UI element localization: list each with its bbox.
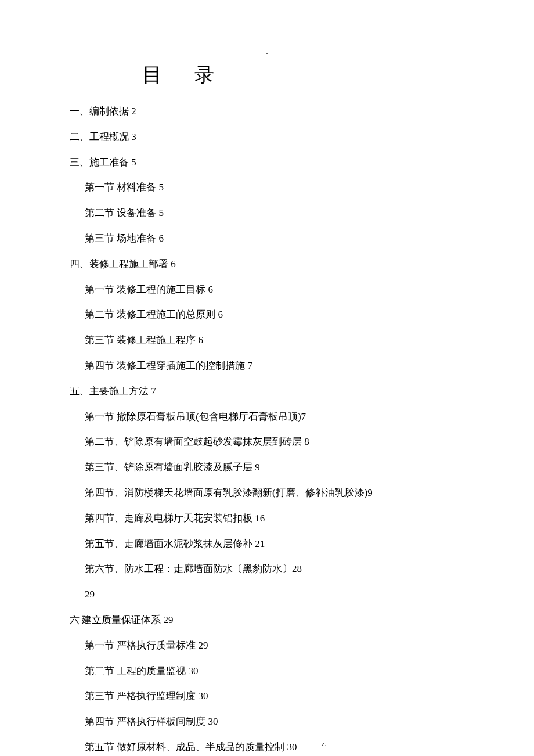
document-page: - 目录 一、编制依据 2 二、工程概况 3 三、施工准备 5 第一节 材料准备… (0, 0, 534, 756)
footer-dot: . (209, 740, 211, 748)
toc-subitem: 第四节、走廊及电梯厅天花安装铝扣板 16 (85, 512, 464, 525)
toc-subitem: 第六节、防水工程：走廊墙面防水〔黑豹防水〕28 (85, 562, 464, 576)
toc-item: 六 建立质量保证体系 29 (70, 613, 464, 627)
title-char-2: 录 (194, 64, 214, 85)
toc-item: 五、主要施工方法 7 (70, 384, 464, 398)
toc-item: 一、编制依据 2 (70, 105, 464, 118)
toc-subitem: 第二节、铲除原有墙面空鼓起砂发霉抹灰层到砖层 8 (85, 435, 464, 449)
toc-subitem: 第二节 设备准备 5 (85, 206, 464, 220)
toc-subitem: 第一节 撤除原石膏板吊顶(包含电梯厅石膏板吊顶)7 (85, 410, 464, 424)
toc-subitem: 第一节 材料准备 5 (85, 181, 464, 195)
toc-subitem: 第四节 装修工程穿插施工的控制措施 7 (85, 359, 464, 373)
toc-item: 四、装修工程施工部署 6 (70, 257, 464, 271)
toc-subitem: 第三节 场地准备 6 (85, 232, 464, 246)
toc-subitem: 第一节 严格执行质量标准 29 (85, 639, 464, 653)
footer-z: z. (322, 740, 326, 748)
toc-subgroup: 第一节 材料准备 5 第二节 设备准备 5 第三节 场地准备 6 (85, 181, 464, 245)
toc-subitem: 第一节 装修工程的施工目标 6 (85, 283, 464, 297)
toc-subgroup: 第一节 装修工程的施工目标 6 第二节 装修工程施工的总原则 6 第三节 装修工… (85, 283, 464, 373)
toc-subitem: 第三节、铲除原有墙面乳胶漆及腻子层 9 (85, 460, 464, 474)
toc-subitem: 第三节 严格执行监理制度 30 (85, 689, 464, 703)
page-title: 目录 (142, 62, 464, 88)
toc-subitem: 第四节、消防楼梯天花墙面原有乳胶漆翻新(打磨、修补油乳胶漆)9 (85, 486, 464, 500)
table-of-contents: 一、编制依据 2 二、工程概况 3 三、施工准备 5 第一节 材料准备 5 第二… (70, 105, 464, 756)
toc-subgroup: 第一节 撤除原石膏板吊顶(包含电梯厅石膏板吊顶)7 第二节、铲除原有墙面空鼓起砂… (85, 410, 464, 602)
toc-item: 三、施工准备 5 (70, 156, 464, 170)
toc-subgroup: 第一节 严格执行质量标准 29 第二节 工程的质量监视 30 第三节 严格执行监… (85, 639, 464, 754)
toc-subitem: 第四节 严格执行样板间制度 30 (85, 715, 464, 729)
toc-subitem: 第五节、走廊墙面水泥砂浆抹灰层修补 21 (85, 537, 464, 551)
header-mark: - (266, 49, 268, 56)
toc-subitem: 29 (85, 588, 464, 602)
toc-item: 二、工程概况 3 (70, 130, 464, 144)
toc-subitem: 第三节 装修工程施工程序 6 (85, 333, 464, 347)
title-char-1: 目 (142, 64, 162, 85)
toc-subitem: 第五节 做好原材料、成品、半成品的质量控制 30 (85, 740, 464, 754)
toc-subitem: 第二节 工程的质量监视 30 (85, 664, 464, 678)
toc-subitem: 第二节 装修工程施工的总原则 6 (85, 308, 464, 322)
